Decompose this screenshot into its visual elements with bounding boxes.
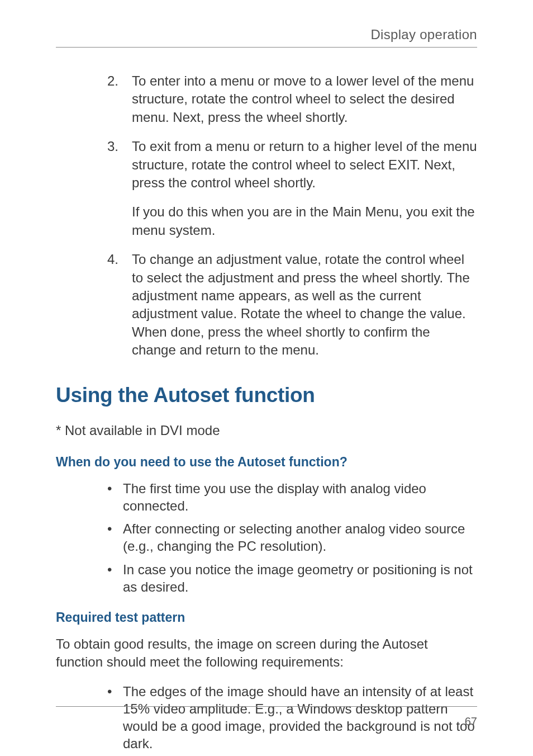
list-number: 2. [107,72,132,126]
bullet-list-item: • The edges of the image should have an … [56,683,477,753]
list-text-main: To exit from a menu or return to a highe… [132,139,477,190]
bullet-icon: • [107,683,123,753]
asterisk-note: * Not available in DVI mode [56,422,477,440]
list-text: To exit from a menu or return to a highe… [132,138,477,239]
bullet-icon: • [107,520,123,555]
bullet-text: In case you notice the image geometry or… [123,561,477,596]
footer-rule [56,706,477,707]
bullet-icon: • [107,480,123,514]
subheading: Required test pattern [56,610,477,625]
bullet-text: The edges of the image should have an in… [123,683,477,753]
body-paragraph: To obtain good results, the image on scr… [56,635,477,672]
subheading: When do you need to use the Autoset func… [56,455,477,470]
list-number: 4. [107,251,132,359]
bullet-list-item: • After connecting or selecting another … [56,520,477,555]
page-number: 67 [465,715,477,728]
list-number: 3. [107,138,132,239]
list-text: To enter into a menu or move to a lower … [132,72,477,126]
ordered-list-item: 2. To enter into a menu or move to a low… [56,72,477,126]
section-title: Using the Autoset function [56,384,477,407]
ordered-list-item: 3. To exit from a menu or return to a hi… [56,138,477,239]
list-sub-text: If you do this when you are in the Main … [132,203,477,239]
bullet-list-item: • In case you notice the image geometry … [56,561,477,596]
ordered-list-item: 4. To change an adjustment value, rotate… [56,251,477,359]
running-head: Display operation [56,27,477,48]
list-text: To change an adjustment value, rotate th… [132,251,477,359]
bullet-text: The first time you use the display with … [123,480,477,514]
bullet-icon: • [107,561,123,596]
bullet-text: After connecting or selecting another an… [123,520,477,555]
bullet-list-item: • The first time you use the display wit… [56,480,477,514]
